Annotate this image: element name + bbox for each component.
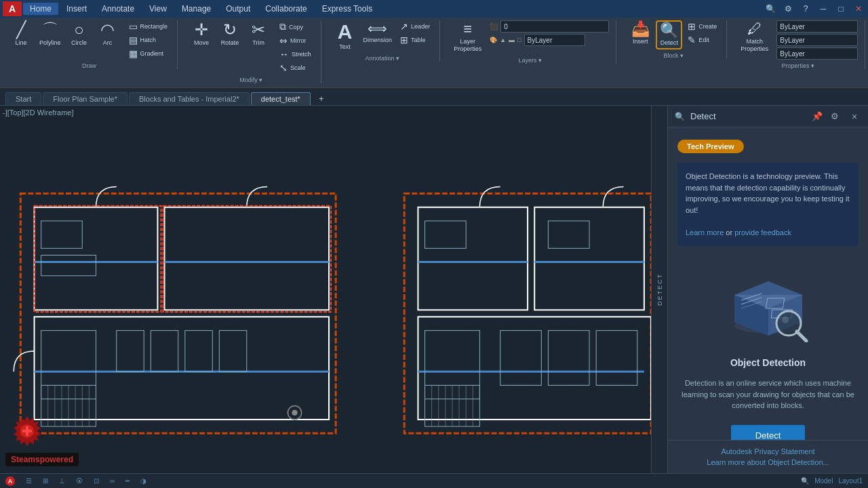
leader-button[interactable]: ↗ Leader — [397, 20, 433, 33]
match-properties-icon: 🖊 — [747, 22, 762, 37]
status-transparency: ◑ — [140, 477, 146, 485]
hatch-button[interactable]: ▤ Hatch — [126, 34, 171, 46]
add-tab-button[interactable]: + — [315, 93, 328, 105]
rotate-icon: ↻ — [223, 22, 237, 38]
detection-svg — [721, 261, 816, 342]
help-btn[interactable]: ? — [799, 3, 812, 15]
bylayer-row-3 — [776, 47, 858, 60]
svg-rect-0 — [0, 125, 651, 453]
draw-group-label: Draw — [82, 62, 96, 69]
detect-icon: 🔍 — [660, 23, 678, 38]
object-detection-title: Object Detection — [730, 357, 806, 368]
minimize-btn[interactable]: ─ — [816, 3, 830, 15]
layers-group-label: Layers ▾ — [518, 57, 542, 64]
menu-express-tools[interactable]: Express Tools — [315, 3, 379, 15]
bylayer-input-2[interactable] — [776, 34, 858, 46]
steam-watermark: Steamspowered — [5, 411, 79, 466]
layer-color-input[interactable] — [524, 34, 585, 46]
mirror-icon: ⇔ — [279, 35, 288, 46]
bylayer-input-3[interactable] — [776, 47, 858, 60]
leader-icon: ↗ — [400, 21, 408, 32]
ribbon-draw-group: ╱ Line ⌒ Polyline ○ Circle ◠ Arc — [5, 20, 178, 69]
privacy-statement-link[interactable]: Autodesk Privacy Statement — [721, 447, 814, 455]
panel-settings-btn[interactable]: ⚙ — [827, 109, 842, 124]
layer-properties-button[interactable]: ≡ LayerProperties — [451, 20, 484, 54]
status-layout: Layout1 — [838, 477, 863, 485]
close-btn[interactable]: ✕ — [852, 3, 865, 15]
arc-button[interactable]: ◠ Arc — [95, 20, 121, 48]
ribbon-annotation-group: A Text ⟺ Dimension ↗ Leader ⊞ — [330, 20, 441, 62]
ribbon-properties-group: 🖊 MatchProperties — [735, 20, 865, 69]
detect-button[interactable]: 🔍 Detect — [656, 20, 682, 49]
line-icon: ╱ — [16, 22, 26, 38]
group-area — [776, 20, 858, 60]
properties-buttons: 🖊 MatchProperties — [738, 20, 858, 60]
tab-detect-test[interactable]: detect_test* — [251, 92, 311, 105]
menu-annotate[interactable]: Annotate — [95, 3, 141, 15]
svg-point-60 — [782, 317, 789, 323]
table-icon: ⊞ — [400, 35, 408, 45]
tech-preview-info-box: Object Detection is a technology preview… — [677, 163, 859, 246]
feedback-link[interactable]: provide feedback — [734, 228, 791, 237]
line-button[interactable]: ╱ Line — [8, 20, 34, 48]
panel-close-button[interactable]: × — [848, 110, 861, 123]
panel-pin-btn[interactable]: 📌 — [810, 109, 825, 124]
tab-start[interactable]: Start — [5, 92, 41, 105]
tab-blocks-tables[interactable]: Blocks and Tables - Imperial2* — [129, 92, 250, 105]
learn-more-object-link[interactable]: Learn more about Object Detection... — [707, 458, 829, 466]
menu-home[interactable]: Home — [23, 3, 58, 15]
app-logo: A — [3, 1, 22, 16]
gradient-button[interactable]: ▦ Gradient — [126, 47, 171, 60]
insert-button[interactable]: 📥 Insert — [627, 20, 653, 47]
table-button[interactable]: ⊞ Table — [397, 34, 433, 46]
rectangle-button[interactable]: ▭ Rectangle — [126, 20, 171, 33]
text-button[interactable]: A Text — [332, 20, 358, 52]
edit-block-button[interactable]: ✎ Edit — [685, 34, 719, 46]
menu-manage[interactable]: Manage — [175, 3, 218, 15]
arc-icon: ◠ — [100, 22, 115, 38]
search-btn[interactable]: 🔍 — [764, 3, 777, 15]
menu-collaborate[interactable]: Collaborate — [258, 3, 313, 15]
rotate-button[interactable]: ↻ Rotate — [217, 20, 243, 48]
detect-action-button[interactable]: Detect — [731, 425, 806, 441]
create-block-icon: ⊞ — [688, 21, 696, 32]
trim-button[interactable]: ✂ Trim — [245, 20, 271, 48]
circle-button[interactable]: ○ Circle — [66, 20, 92, 48]
tab-bar: Start Floor Plan Sample* Blocks and Tabl… — [0, 88, 868, 106]
copy-button[interactable]: ⧉ Copy — [277, 20, 314, 33]
layer-name-input[interactable] — [500, 20, 609, 33]
polyline-button[interactable]: ⌒ Polyline — [37, 20, 64, 48]
scale-button[interactable]: ⤡ Scale — [277, 62, 314, 74]
stretch-button[interactable]: ↔ Stretch — [277, 48, 314, 60]
status-model-space: Model — [814, 477, 833, 485]
bylayer-input-1[interactable] — [776, 20, 858, 33]
layer-row-2: 🎨 ▲ ▬ □ — [490, 34, 609, 46]
match-properties-button[interactable]: 🖊 MatchProperties — [738, 20, 771, 54]
draw-buttons: ╱ Line ⌒ Polyline ○ Circle ◠ Arc — [8, 20, 170, 60]
menu-bar: A Home Insert Annotate View Manage Outpu… — [0, 0, 868, 18]
status-osnap: ⊡ — [94, 477, 99, 485]
mirror-button[interactable]: ⇔ Mirror — [277, 35, 314, 47]
modify-group-label: Modify ▾ — [239, 77, 262, 83]
status-indicator: A — [5, 476, 15, 486]
insert-icon: 📥 — [631, 22, 650, 37]
learn-more-link[interactable]: Learn more — [686, 228, 724, 237]
dimension-button[interactable]: ⟺ Dimension — [361, 20, 395, 45]
create-block-button[interactable]: ⊞ Create — [685, 20, 719, 33]
hatch-icon: ▤ — [129, 35, 138, 45]
bylayer-row-1 — [776, 20, 858, 33]
circle-icon: ○ — [74, 22, 84, 38]
maximize-btn[interactable]: □ — [834, 3, 848, 15]
tab-floor-plan[interactable]: Floor Plan Sample* — [43, 92, 127, 105]
move-button[interactable]: ✛ Move — [189, 20, 214, 48]
tech-preview-badge: Tech Preview — [677, 140, 744, 153]
settings-btn[interactable]: ⚙ — [781, 3, 795, 15]
or-text: or — [726, 228, 734, 237]
floor-plan-svg — [0, 106, 651, 473]
menu-insert[interactable]: Insert — [60, 3, 94, 15]
status-otrack: ∞ — [110, 477, 115, 485]
menu-output[interactable]: Output — [219, 3, 257, 15]
status-grid: ⊞ — [43, 477, 48, 485]
menu-view[interactable]: View — [142, 3, 174, 15]
copy-icon: ⧉ — [279, 21, 286, 33]
